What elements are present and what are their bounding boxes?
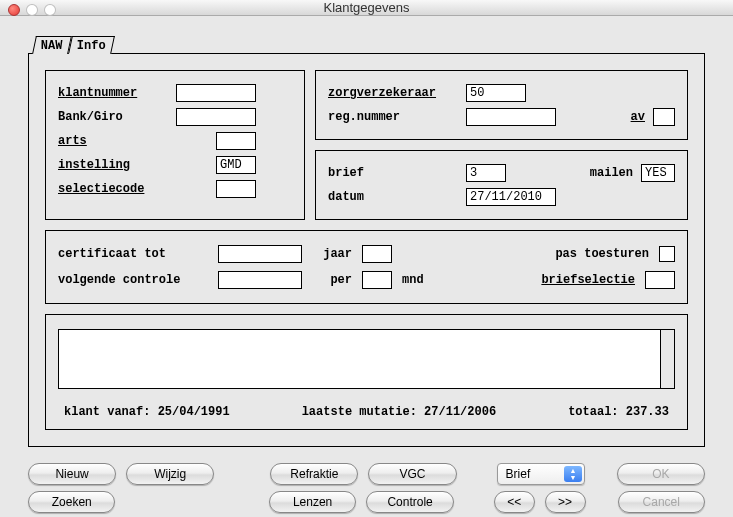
chevron-updown-icon: ▲▼: [564, 466, 582, 482]
datum-label: datum: [328, 190, 458, 204]
briefsel-label: briefselectie: [541, 273, 635, 287]
pas-checkbox[interactable]: [659, 246, 675, 262]
pas-label: pas toesturen: [555, 247, 649, 261]
zoeken-button[interactable]: Zoeken: [28, 491, 115, 513]
titlebar: Klantgegevens: [0, 0, 733, 16]
brief-label: brief: [328, 166, 458, 180]
tab-panel-info: klantnummer Bank/Giro arts instelli: [28, 53, 705, 447]
nieuw-button[interactable]: Nieuw: [28, 463, 116, 485]
bankgiro-label: Bank/Giro: [58, 110, 168, 124]
group-right-top: zorgverzekeraar reg.nummer av: [315, 70, 688, 140]
per-input[interactable]: [362, 271, 392, 289]
cert-label: certificaat tot: [58, 247, 208, 261]
cancel-button[interactable]: Cancel: [618, 491, 705, 513]
arts-label: arts: [58, 134, 168, 148]
group-left: klantnummer Bank/Giro arts instelli: [45, 70, 305, 220]
window-title: Klantgegevens: [8, 0, 725, 15]
prev-button[interactable]: <<: [494, 491, 535, 513]
mailen-label: mailen: [590, 166, 633, 180]
cert-input[interactable]: [218, 245, 302, 263]
tab-strip: NAW Info: [34, 36, 705, 54]
close-icon[interactable]: [8, 4, 20, 16]
group-wide: certificaat tot jaar pas toesturen volge…: [45, 230, 688, 304]
jaar-input[interactable]: [362, 245, 392, 263]
traffic-lights: [8, 4, 56, 16]
vgc-button[interactable]: VGC: [368, 463, 456, 485]
bankgiro-input[interactable]: [176, 108, 256, 126]
totaal-label: totaal:: [568, 405, 618, 419]
footer-line: klant vanaf: 25/04/1991 laatste mutatie:…: [58, 405, 675, 419]
wijzig-button[interactable]: Wijzig: [126, 463, 214, 485]
tab-naw[interactable]: NAW: [32, 36, 71, 54]
zorg-input[interactable]: [466, 84, 526, 102]
window: Klantgegevens NAW Info klantnummer Bank/…: [0, 0, 733, 517]
zoom-icon[interactable]: [44, 4, 56, 16]
instelling-input[interactable]: [216, 156, 256, 174]
notes-textarea[interactable]: [58, 329, 675, 389]
klantvanaf-value: 25/04/1991: [158, 405, 230, 419]
vc-label: volgende controle: [58, 273, 208, 287]
vc-input[interactable]: [218, 271, 302, 289]
klantnummer-label: klantnummer: [58, 86, 168, 100]
av-label: av: [631, 110, 645, 124]
mnd-label: mnd: [402, 273, 424, 287]
datum-input[interactable]: [466, 188, 556, 206]
mailen-input[interactable]: [641, 164, 675, 182]
brief-combo-label: Brief: [506, 467, 531, 481]
laatste-value: 27/11/2006: [424, 405, 496, 419]
lenzen-button[interactable]: Lenzen: [269, 491, 356, 513]
regnr-input[interactable]: [466, 108, 556, 126]
selectiecode-label: selectiecode: [58, 182, 168, 196]
briefsel-input[interactable]: [645, 271, 675, 289]
klantvanaf-label: klant vanaf:: [64, 405, 150, 419]
refraktie-button[interactable]: Refraktie: [270, 463, 358, 485]
minimize-icon[interactable]: [26, 4, 38, 16]
laatste-label: laatste mutatie:: [302, 405, 417, 419]
ok-button[interactable]: OK: [617, 463, 705, 485]
per-label: per: [312, 273, 352, 287]
av-input[interactable]: [653, 108, 675, 126]
jaar-label: jaar: [312, 247, 352, 261]
brief-combo[interactable]: Brief ▲▼: [497, 463, 585, 485]
instelling-label: instelling: [58, 158, 168, 172]
arts-input[interactable]: [216, 132, 256, 150]
totaal-value: 237.33: [626, 405, 669, 419]
controle-button[interactable]: Controle: [366, 491, 453, 513]
group-notes: klant vanaf: 25/04/1991 laatste mutatie:…: [45, 314, 688, 430]
selectiecode-input[interactable]: [216, 180, 256, 198]
zorg-label: zorgverzekeraar: [328, 86, 458, 100]
klantnummer-input[interactable]: [176, 84, 256, 102]
regnr-label: reg.nummer: [328, 110, 458, 124]
group-right-bottom: brief mailen datum: [315, 150, 688, 220]
button-bar: Nieuw Wijzig Refraktie VGC Brief ▲▼ OK Z…: [0, 457, 733, 517]
next-button[interactable]: >>: [545, 491, 586, 513]
brief-input[interactable]: [466, 164, 506, 182]
tab-info[interactable]: Info: [68, 36, 115, 54]
